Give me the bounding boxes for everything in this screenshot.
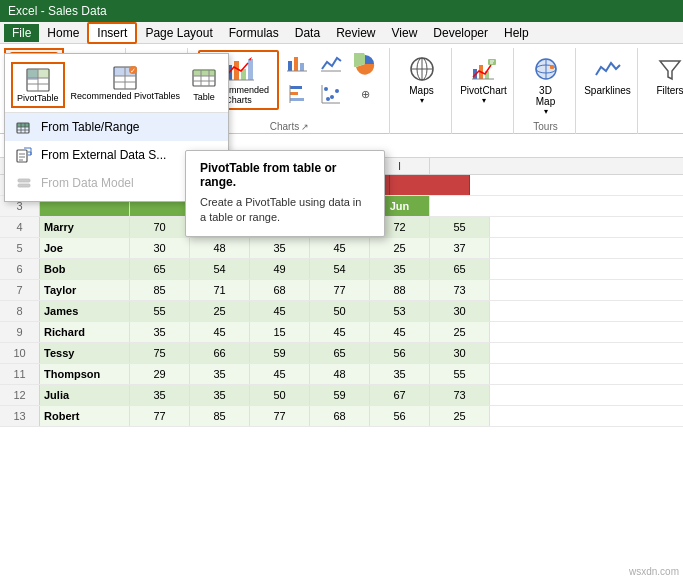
- cell-7-4[interactable]: 77: [310, 280, 370, 300]
- cell-10-4[interactable]: 65: [310, 343, 370, 363]
- cell-13-1[interactable]: 77: [130, 406, 190, 426]
- cell-12-0[interactable]: Julia: [40, 385, 130, 405]
- cell-7-6[interactable]: 73: [430, 280, 490, 300]
- cell-4-6[interactable]: 55: [430, 217, 490, 237]
- cell-10-3[interactable]: 59: [250, 343, 310, 363]
- cell-11-4[interactable]: 48: [310, 364, 370, 384]
- pivottable-main-button[interactable]: PivotTable: [11, 62, 65, 108]
- cell-10-1[interactable]: 75: [130, 343, 190, 363]
- cell-9-1[interactable]: 35: [130, 322, 190, 342]
- watermark: wsxdn.com: [629, 566, 679, 577]
- cell-11-0[interactable]: Thompson: [40, 364, 130, 384]
- svg-point-28: [335, 89, 339, 93]
- cell-9-0[interactable]: Richard: [40, 322, 130, 342]
- cell-5-0[interactable]: Joe: [40, 238, 130, 258]
- column-chart-button[interactable]: [281, 50, 313, 78]
- cell-6-0[interactable]: Bob: [40, 259, 130, 279]
- sparklines-button[interactable]: Sparklines: [579, 50, 636, 99]
- cell-5-3[interactable]: 35: [250, 238, 310, 258]
- cell-7-2[interactable]: 71: [190, 280, 250, 300]
- cell-13-6[interactable]: 25: [430, 406, 490, 426]
- cell-8-1[interactable]: 55: [130, 301, 190, 321]
- cell-12-6[interactable]: 73: [430, 385, 490, 405]
- cell-10-6[interactable]: 30: [430, 343, 490, 363]
- cell-8-3[interactable]: 45: [250, 301, 310, 321]
- line-chart-icon: [320, 53, 342, 75]
- bar-chart-button[interactable]: [281, 80, 313, 108]
- cell-4-1[interactable]: 70: [130, 217, 190, 237]
- line-chart-button[interactable]: [315, 50, 347, 78]
- cell-12-5[interactable]: 67: [370, 385, 430, 405]
- cell-6-6[interactable]: 65: [430, 259, 490, 279]
- 3dmap-button[interactable]: 3D Map ▾: [524, 50, 567, 119]
- menu-formulas[interactable]: Formulas: [221, 24, 287, 42]
- cell-5-6[interactable]: 37: [430, 238, 490, 258]
- cell-7-0[interactable]: Taylor: [40, 280, 130, 300]
- pie-chart-button[interactable]: [349, 50, 381, 78]
- cell-13-0[interactable]: Robert: [40, 406, 130, 426]
- menu-data[interactable]: Data: [287, 24, 328, 42]
- cell-6-5[interactable]: 35: [370, 259, 430, 279]
- cell-12-2[interactable]: 35: [190, 385, 250, 405]
- cell-10-5[interactable]: 56: [370, 343, 430, 363]
- cell-13-5[interactable]: 56: [370, 406, 430, 426]
- svg-rect-24: [290, 98, 304, 101]
- menu-view[interactable]: View: [384, 24, 426, 42]
- scatter-chart-button[interactable]: [315, 80, 347, 108]
- menu-home[interactable]: Home: [39, 24, 87, 42]
- cell-5-1[interactable]: 30: [130, 238, 190, 258]
- menu-file[interactable]: File: [4, 24, 39, 42]
- cell-5-5[interactable]: 25: [370, 238, 430, 258]
- cell-6-4[interactable]: 54: [310, 259, 370, 279]
- more-charts-button[interactable]: ⊕: [349, 80, 381, 108]
- cell-6-1[interactable]: 65: [130, 259, 190, 279]
- cell-4-0[interactable]: Marry: [40, 217, 130, 237]
- cell-5-2[interactable]: 48: [190, 238, 250, 258]
- menu-developer[interactable]: Developer: [425, 24, 496, 42]
- cell-13-2[interactable]: 85: [190, 406, 250, 426]
- cell-12-3[interactable]: 50: [250, 385, 310, 405]
- table-button[interactable]: Table: [186, 62, 222, 108]
- cell-8-5[interactable]: 53: [370, 301, 430, 321]
- cell-9-5[interactable]: 45: [370, 322, 430, 342]
- from-table-range-item[interactable]: From Table/Range: [5, 113, 228, 141]
- cell-8-4[interactable]: 50: [310, 301, 370, 321]
- cell-12-4[interactable]: 59: [310, 385, 370, 405]
- cell-6-2[interactable]: 54: [190, 259, 250, 279]
- cell-11-1[interactable]: 29: [130, 364, 190, 384]
- cell-12-1[interactable]: 35: [130, 385, 190, 405]
- cell-8-2[interactable]: 25: [190, 301, 250, 321]
- cell-7-5[interactable]: 88: [370, 280, 430, 300]
- charts-expand-icon[interactable]: ↗: [301, 122, 309, 132]
- cell-10-2[interactable]: 66: [190, 343, 250, 363]
- recommended-pivottables-button[interactable]: ✓ Recommended PivotTables: [67, 62, 185, 108]
- cell-13-4[interactable]: 68: [310, 406, 370, 426]
- cell-11-3[interactable]: 45: [250, 364, 310, 384]
- maps-button[interactable]: Maps ▾: [401, 50, 443, 108]
- cell-9-4[interactable]: 45: [310, 322, 370, 342]
- menu-pagelayout[interactable]: Page Layout: [137, 24, 220, 42]
- cell-13-3[interactable]: 77: [250, 406, 310, 426]
- 3dmap-icon: [530, 53, 562, 85]
- cell-11-5[interactable]: 35: [370, 364, 430, 384]
- cell-9-6[interactable]: 25: [430, 322, 490, 342]
- cell-5-4[interactable]: 45: [310, 238, 370, 258]
- cell-7-1[interactable]: 85: [130, 280, 190, 300]
- cell-8-6[interactable]: 30: [430, 301, 490, 321]
- cell-8-0[interactable]: James: [40, 301, 130, 321]
- cell-9-3[interactable]: 15: [250, 322, 310, 342]
- cell-11-2[interactable]: 35: [190, 364, 250, 384]
- cell-10-0[interactable]: Tessy: [40, 343, 130, 363]
- svg-rect-78: [18, 179, 30, 182]
- menu-help[interactable]: Help: [496, 24, 537, 42]
- table-row: 8James552545505330: [0, 301, 683, 322]
- menu-review[interactable]: Review: [328, 24, 383, 42]
- filters-button[interactable]: Filters: [649, 50, 683, 99]
- cell-7-3[interactable]: 68: [250, 280, 310, 300]
- menu-insert[interactable]: Insert: [87, 22, 137, 44]
- recommended-pivottables-label: Recommended PivotTables: [71, 92, 181, 102]
- cell-6-3[interactable]: 49: [250, 259, 310, 279]
- cell-11-6[interactable]: 55: [430, 364, 490, 384]
- pivotchart-button[interactable]: PivotChart ▾: [455, 50, 512, 108]
- cell-9-2[interactable]: 45: [190, 322, 250, 342]
